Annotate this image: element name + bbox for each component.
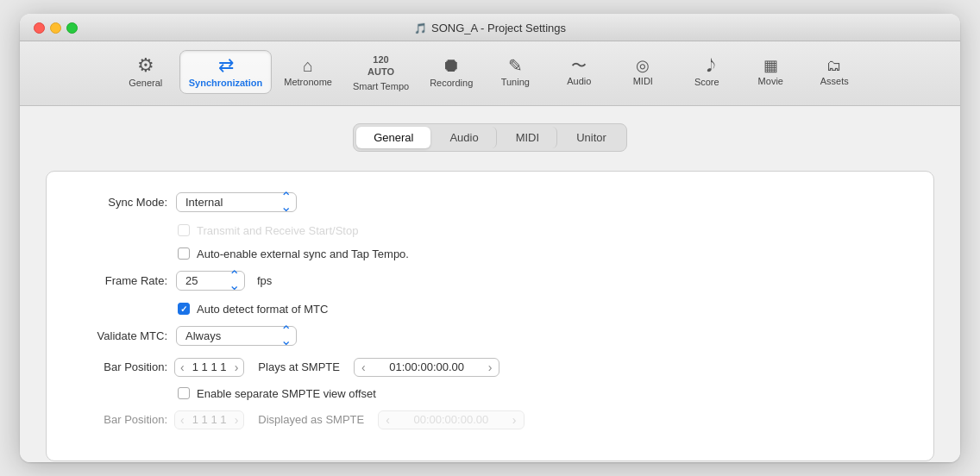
transmit-receive-checkbox[interactable] [178, 224, 190, 236]
sync-mode-label: Sync Mode: [72, 196, 167, 209]
movie-icon: ▦ [763, 58, 778, 73]
smpte-plays-field[interactable]: ‹ 01:00:00:00.00 › [354, 358, 499, 377]
frame-rate-select-wrapper: 25 23.976 24 29.97 30 ⌃ ⌄ [176, 271, 245, 291]
tabs-container: General Audio MIDI Unitor [353, 123, 627, 152]
smpte-plays-value: 01:00:00:00.00 [371, 360, 483, 373]
settings-panel: Sync Mode: Internal MTC MIDI Clock SMPTE… [46, 171, 934, 461]
bar-pos-up-chevron[interactable]: › [235, 360, 239, 374]
bar-position-displayed-field: ‹ 1 1 1 1 › [174, 410, 244, 429]
auto-enable-row: Auto-enable external sync and Tap Tempo. [178, 247, 908, 260]
smpte-displayed-field: ‹ 00:00:00:00.00 › [378, 410, 524, 429]
midi-icon: ◎ [636, 58, 650, 73]
toolbar-item-metronome[interactable]: ⌂ Metronome [275, 52, 341, 92]
minimize-button[interactable] [50, 22, 61, 34]
metronome-icon: ⌂ [303, 57, 313, 74]
main-window: 🎵 SONG_A - Project Settings ⚙ General ⇄ … [20, 14, 960, 462]
maximize-button[interactable] [66, 22, 78, 34]
frame-rate-label: Frame Rate: [72, 274, 167, 287]
content-area: General Audio MIDI Unitor Sync Mode: Int… [20, 106, 960, 462]
toolbar-item-smart-tempo[interactable]: 120AUTO Smart Tempo [344, 48, 418, 97]
enable-smpte-offset-label: Enable separate SMPTE view offset [197, 387, 376, 400]
validate-mtc-select-wrapper: Always Never Auto ⌃ ⌄ [176, 326, 297, 346]
toolbar-item-score[interactable]: 𝅘𝅥𝅮 Score [676, 52, 737, 92]
smpte-displayed-value: 00:00:00:00.00 [395, 413, 507, 426]
audio-icon: 〜 [571, 58, 587, 73]
auto-detect-mtc-row: Auto detect format of MTC [178, 303, 908, 316]
tabs-bar: General Audio MIDI Unitor [46, 123, 934, 152]
toolbar-item-midi[interactable]: ◎ MIDI [612, 53, 673, 91]
frame-rate-select[interactable]: 25 23.976 24 29.97 30 [176, 271, 245, 291]
validate-mtc-row: Validate MTC: Always Never Auto ⌃ ⌄ [72, 326, 908, 346]
auto-detect-mtc-label: Auto detect format of MTC [197, 303, 328, 316]
bar-position-displayed-value: 1 1 1 1 [188, 413, 231, 426]
bar-position-plays-label: Bar Position: [72, 360, 167, 373]
sync-mode-row: Sync Mode: Internal MTC MIDI Clock SMPTE… [72, 192, 908, 212]
sync-icon: ⇄ [218, 56, 234, 75]
displayed-as-smpte-label: Displayed as SMPTE [258, 413, 364, 426]
sync-mode-select[interactable]: Internal MTC MIDI Clock SMPTE [176, 192, 297, 212]
bar-position-displayed-label: Bar Position: [72, 413, 167, 426]
smpte-disp-up-chevron: › [512, 413, 517, 427]
toolbar-item-movie[interactable]: ▦ Movie [740, 53, 801, 91]
transmit-receive-label: Transmit and Receive Start/Stop [197, 224, 358, 237]
enable-smpte-offset-checkbox[interactable] [178, 387, 190, 399]
toolbar-item-assets[interactable]: 🗂 Assets [804, 53, 864, 91]
bar-position-plays-value: 1 1 1 1 [188, 360, 231, 373]
bar-pos-down-chevron[interactable]: ‹ [180, 360, 185, 374]
bar-position-plays-row: Bar Position: ‹ 1 1 1 1 › Plays at SMPTE… [72, 358, 908, 377]
auto-detect-mtc-checkbox[interactable] [178, 303, 190, 315]
smpte-plays-down-chevron[interactable]: ‹ [361, 360, 366, 374]
auto-enable-label: Auto-enable external sync and Tap Tempo. [197, 247, 409, 260]
smart-tempo-icon: 120AUTO [368, 53, 394, 78]
bar-position-displayed-row: Bar Position: ‹ 1 1 1 1 › Displayed as S… [72, 410, 908, 429]
sync-mode-select-wrapper: Internal MTC MIDI Clock SMPTE ⌃ ⌄ [176, 192, 297, 212]
toolbar-item-recording[interactable]: ⏺ Recording [421, 51, 481, 93]
smpte-disp-down-chevron: ‹ [386, 413, 390, 427]
fps-label: fps [257, 274, 272, 287]
bar-pos-disp-down-chevron: ‹ [180, 413, 185, 427]
transmit-receive-row: Transmit and Receive Start/Stop [178, 224, 908, 237]
window-title: 🎵 SONG_A - Project Settings [414, 22, 566, 34]
smpte-plays-up-chevron[interactable]: › [488, 360, 493, 374]
toolbar-item-synchronization[interactable]: ⇄ Synchronization [179, 50, 273, 94]
bar-pos-disp-up-chevron: › [235, 413, 239, 427]
toolbar-item-tuning[interactable]: ✎ Tuning [485, 52, 545, 92]
frame-rate-row: Frame Rate: 25 23.976 24 29.97 30 ⌃ ⌄ fp… [72, 271, 908, 291]
validate-mtc-label: Validate MTC: [72, 329, 167, 342]
enable-smpte-offset-row: Enable separate SMPTE view offset [178, 387, 908, 400]
bar-position-plays-field[interactable]: ‹ 1 1 1 1 › [174, 358, 244, 377]
tab-audio[interactable]: Audio [432, 127, 496, 148]
title-bar: 🎵 SONG_A - Project Settings [20, 14, 960, 41]
toolbar: ⚙ General ⇄ Synchronization ⌂ Metronome … [20, 41, 960, 106]
plays-at-smpte-label: Plays at SMPTE [258, 360, 340, 373]
auto-enable-checkbox[interactable] [178, 247, 190, 260]
gear-icon: ⚙ [137, 56, 154, 75]
tab-midi[interactable]: MIDI [499, 127, 557, 148]
tuning-icon: ✎ [508, 57, 523, 74]
tab-general[interactable]: General [356, 127, 430, 148]
toolbar-item-audio[interactable]: 〜 Audio [549, 53, 609, 91]
traffic-lights [34, 22, 78, 34]
close-button[interactable] [34, 22, 45, 34]
toolbar-item-general[interactable]: ⚙ General [116, 51, 176, 93]
assets-icon: 🗂 [826, 58, 842, 73]
recording-icon: ⏺ [442, 56, 461, 75]
title-icon: 🎵 [414, 22, 427, 34]
tab-unitor[interactable]: Unitor [559, 127, 624, 148]
validate-mtc-select[interactable]: Always Never Auto [176, 326, 297, 346]
